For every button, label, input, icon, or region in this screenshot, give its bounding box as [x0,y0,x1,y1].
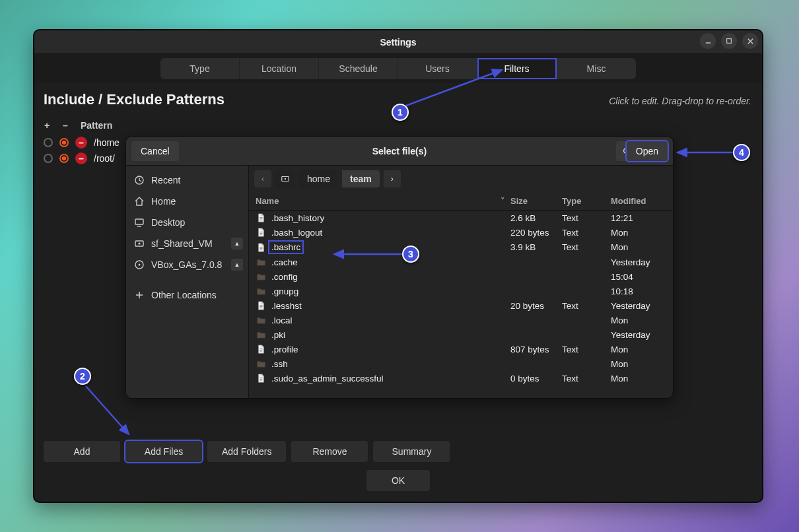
file-row[interactable]: .lesshst20 bytesTextYesterday [249,298,673,313]
add-files-button[interactable]: Add Files [125,441,202,462]
file-modified: 12:21 [611,213,666,223]
svg-rect-23 [260,349,262,349]
tab-schedule[interactable]: Schedule [319,58,398,79]
place-label: VBox_GAs_7.0.8 [151,259,222,270]
titlebar: Settings [34,30,762,54]
place-label: sf_Shared_VM [151,238,213,249]
file-modified: Mon [611,374,666,383]
tab-type[interactable]: Type [160,58,240,79]
tab-location[interactable]: Location [240,58,319,79]
col-type[interactable]: Type [562,196,611,206]
exclude-radio[interactable] [59,138,69,147]
file-name: .bash_logout [271,228,322,238]
add-button[interactable]: Add [44,441,120,462]
file-area: ‹ home team › Name ˅ Size Type Modified … [249,166,673,398]
file-row[interactable]: .sshMon [249,356,673,371]
place-other-locations[interactable]: Other Locations [126,284,248,306]
file-row[interactable]: .config15:04 [249,269,673,284]
places-sidebar: Recent Home Desktop sf_Shared_VM ▲ VBox_… [126,166,249,398]
file-icon [256,344,266,354]
file-modified: Mon [611,316,666,325]
svg-rect-4 [135,219,143,224]
svg-rect-20 [260,305,262,306]
tab-misc[interactable]: Misc [557,58,636,79]
remove-button[interactable]: Remove [291,441,368,462]
svg-rect-15 [260,233,262,234]
file-chooser-dialog: Cancel Select file(s) Open Recent Home D… [125,136,674,399]
eject-icon[interactable]: ▲ [231,259,243,271]
svg-rect-0 [705,42,710,43]
breadcrumb-home[interactable]: home [299,170,338,187]
ok-button[interactable]: OK [366,470,430,491]
file-name: .profile [271,345,298,354]
file-row[interactable]: .profile807 bytesTextMon [249,342,673,356]
file-size: 20 bytes [510,301,562,311]
file-icon [256,213,266,223]
tab-users[interactable]: Users [398,58,477,79]
file-name: .sudo_as_admin_successful [271,374,384,383]
file-modified: Mon [611,242,666,252]
file-row[interactable]: .cacheYesterday [249,255,673,269]
file-row[interactable]: .gnupg10:18 [249,284,673,298]
col-plus: + [44,120,50,131]
include-radio[interactable] [44,138,53,147]
file-modified: Mon [611,228,666,238]
file-row[interactable]: .bash_history2.6 kBText12:21 [249,211,673,225]
summary-button[interactable]: Summary [373,441,450,462]
eject-icon[interactable]: ▲ [231,238,243,249]
exclude-icon: – [75,152,87,164]
file-name: .cache [271,257,298,267]
col-modified[interactable]: Modified [611,196,666,206]
svg-point-8 [139,264,141,266]
file-modified: Yesterday [611,257,666,267]
svg-rect-19 [260,249,262,249]
breadcrumb-team[interactable]: team [342,170,380,187]
exclude-radio[interactable] [59,154,69,163]
place-label: Recent [151,175,180,185]
file-type: Text [562,345,611,354]
svg-rect-13 [260,220,262,220]
place-recent[interactable]: Recent [126,170,248,191]
file-size: 807 bytes [510,345,562,354]
col-minus: – [62,120,69,131]
file-row[interactable]: .sudo_as_admin_successful0 bytesTextMon [249,371,673,385]
maximize-button[interactable] [721,33,737,49]
breadcrumb-root[interactable] [275,170,295,187]
file-row[interactable]: .bashrc3.9 kBTextMon [249,240,673,255]
close-button[interactable] [742,33,758,49]
col-size[interactable]: Size [510,196,562,206]
folder-icon [256,286,266,296]
nav-forward-button[interactable]: › [384,170,401,187]
place-desktop[interactable]: Desktop [126,212,248,233]
col-pattern: Pattern [81,120,112,131]
folder-icon [256,257,266,267]
svg-rect-11 [260,217,262,218]
tab-filters[interactable]: Filters [477,58,557,79]
path-bar: ‹ home team › [249,166,673,192]
file-type: Text [562,374,611,383]
file-row[interactable]: .pkiYesterday [249,327,673,342]
pattern-path: /root/ [94,153,115,164]
file-row[interactable]: .bash_logout220 bytesTextMon [249,225,673,240]
col-name[interactable]: Name ˅ [256,196,510,206]
action-bar: Add Add Files Add Folders Remove Summary [44,441,753,462]
exclude-icon: – [75,137,87,149]
nav-back-button[interactable]: ‹ [254,170,271,187]
add-folders-button[interactable]: Add Folders [207,441,286,462]
cancel-button[interactable]: Cancel [131,141,179,161]
svg-point-10 [285,178,286,180]
include-radio[interactable] [44,154,53,163]
folder-icon [256,329,266,340]
place-label: Home [151,196,176,207]
place-sf-shared[interactable]: sf_Shared_VM ▲ [126,233,248,254]
open-button[interactable]: Open [627,141,668,161]
svg-point-6 [138,242,140,244]
sort-asc-icon: ˅ [501,196,505,206]
place-home[interactable]: Home [126,191,248,212]
minimize-button[interactable] [700,33,716,49]
file-row[interactable]: .localMon [249,313,673,327]
place-vbox-gas[interactable]: VBox_GAs_7.0.8 ▲ [126,254,248,275]
file-type: Text [562,301,611,311]
file-name: .ssh [271,359,288,369]
svg-rect-16 [260,234,262,235]
